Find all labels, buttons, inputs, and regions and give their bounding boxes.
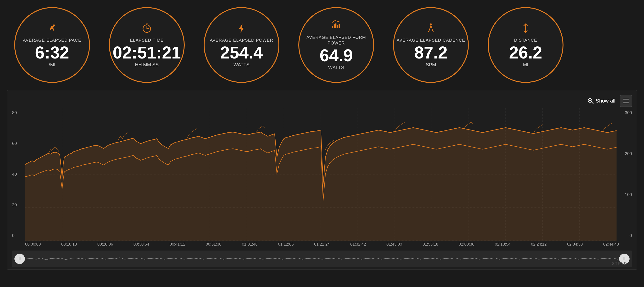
menu-line-1 xyxy=(623,99,629,100)
metric-circle-form-power: AVERAGE ELAPSED FORM POWER64.9WATTS xyxy=(298,7,374,83)
metric-label-time: ELAPSED TIME xyxy=(130,38,164,43)
y-right-300: 300 xyxy=(618,110,632,115)
metric-circle-cadence: AVERAGE ELAPSED CADENCE87.2SPM xyxy=(393,7,469,83)
metric-label-form-power: AVERAGE ELAPSED FORM POWER xyxy=(299,35,373,46)
y-right-100: 100 xyxy=(618,192,632,197)
chart-svg-area xyxy=(25,108,616,240)
main-chart-svg xyxy=(25,108,616,240)
pause-icon-left: ⏸ xyxy=(18,256,22,262)
metric-label-distance: DISTANCE xyxy=(514,38,537,43)
metric-label-cadence: AVERAGE ELAPSED CADENCE xyxy=(396,38,465,43)
chart-fill-area xyxy=(25,128,616,240)
metric-unit-cadence: SPM xyxy=(426,62,436,68)
flame-icon xyxy=(330,20,342,34)
y-right-200: 200 xyxy=(618,151,632,156)
metric-label-pace: AVERAGE ELAPSED PACE xyxy=(23,38,81,43)
x-axis: 00:00:00 00:10:18 00:20:36 00:30:54 00:4… xyxy=(12,240,632,248)
x-label-5: 00:51:30 xyxy=(206,242,222,247)
menu-line-3 xyxy=(623,102,629,103)
y-axis-right: 0 100 200 300 xyxy=(618,108,632,240)
y-left-0: 0 xyxy=(12,233,24,238)
svg-marker-5 xyxy=(239,24,244,33)
metric-value-cadence: 87.2 xyxy=(414,44,448,61)
svg-line-11 xyxy=(332,21,334,22)
x-label-15: 02:34:30 xyxy=(567,242,583,247)
x-label-2: 00:20:36 xyxy=(97,242,113,247)
metric-label-power: AVERAGE ELAPSED POWER xyxy=(210,38,273,43)
timeline-bar: ⏸ ⏸ STRYD xyxy=(12,250,632,267)
y-left-20: 20 xyxy=(12,202,24,208)
x-label-8: 01:22:24 xyxy=(314,242,330,247)
pause-icon-right: ⏸ xyxy=(622,256,626,262)
metric-circle-power: AVERAGE ELAPSED POWER254.4WATTS xyxy=(204,7,280,83)
metric-value-time: 02:51:21 xyxy=(113,44,181,61)
metric-value-power: 254.4 xyxy=(220,44,263,61)
y-right-0: 0 xyxy=(618,233,632,238)
y-left-80: 80 xyxy=(12,110,24,115)
walk-icon xyxy=(425,22,436,36)
svg-rect-7 xyxy=(334,24,335,28)
svg-rect-8 xyxy=(335,24,336,28)
distance-icon xyxy=(520,22,531,36)
y-axis-left: 0 20 40 60 80 xyxy=(12,108,24,240)
x-label-10: 01:43:00 xyxy=(386,242,402,247)
metric-unit-pace: /MI xyxy=(49,62,56,68)
show-all-button[interactable]: Show all xyxy=(587,98,615,104)
x-label-11: 01:53:18 xyxy=(422,242,438,247)
timeline-handle-left[interactable]: ⏸ xyxy=(14,254,25,264)
brand-watermark: STRYD xyxy=(612,262,627,266)
x-label-6: 01:01:48 xyxy=(242,242,258,247)
x-label-7: 01:12:06 xyxy=(278,242,294,247)
x-label-0: 00:00:00 xyxy=(25,242,41,247)
chart-section: Show all 0 20 40 60 80 0 100 200 300 xyxy=(7,90,637,270)
menu-line-2 xyxy=(623,101,629,101)
x-label-13: 02:13:54 xyxy=(495,242,510,247)
chart-header: Show all xyxy=(12,92,632,108)
show-all-label: Show all xyxy=(596,98,615,104)
y-left-60: 60 xyxy=(12,141,24,146)
stopwatch-icon xyxy=(141,22,152,36)
svg-rect-9 xyxy=(337,25,338,28)
metric-value-pace: 6:32 xyxy=(35,44,69,61)
menu-button[interactable] xyxy=(620,95,632,107)
metric-value-form-power: 64.9 xyxy=(320,47,353,64)
svg-rect-6 xyxy=(332,26,333,28)
metric-unit-time: HH:MM:SS xyxy=(135,62,159,68)
metric-unit-distance: MI xyxy=(523,62,528,68)
svg-rect-10 xyxy=(338,24,340,28)
x-label-14: 02:24:12 xyxy=(531,242,547,247)
y-left-40: 40 xyxy=(12,172,24,177)
metrics-bar: AVERAGE ELAPSED PACE6:32/MIELAPSED TIME0… xyxy=(0,0,644,88)
metric-unit-power: WATTS xyxy=(234,62,250,68)
metric-circle-pace: AVERAGE ELAPSED PACE6:32/MI xyxy=(14,7,90,83)
x-label-16: 02:44:48 xyxy=(603,242,619,247)
lightning-icon xyxy=(236,22,247,36)
metric-circle-time: ELAPSED TIME02:51:21HH:MM:SS xyxy=(109,7,185,83)
x-label-4: 00:41:12 xyxy=(170,242,185,247)
zoom-icon xyxy=(587,98,594,104)
metric-circle-distance: DISTANCE26.2MI xyxy=(488,7,564,83)
x-label-12: 02:03:36 xyxy=(458,242,474,247)
svg-line-14 xyxy=(592,102,593,104)
x-label-9: 01:32:42 xyxy=(350,242,366,247)
x-label-3: 00:30:54 xyxy=(134,242,149,247)
timeline-waveform xyxy=(26,254,618,264)
runner-icon xyxy=(46,22,58,36)
metric-value-distance: 26.2 xyxy=(509,44,542,61)
x-label-1: 00:10:18 xyxy=(61,242,77,247)
metric-unit-form-power: WATTS xyxy=(328,65,344,70)
chart-wrapper: 0 20 40 60 80 0 100 200 300 xyxy=(12,108,632,240)
